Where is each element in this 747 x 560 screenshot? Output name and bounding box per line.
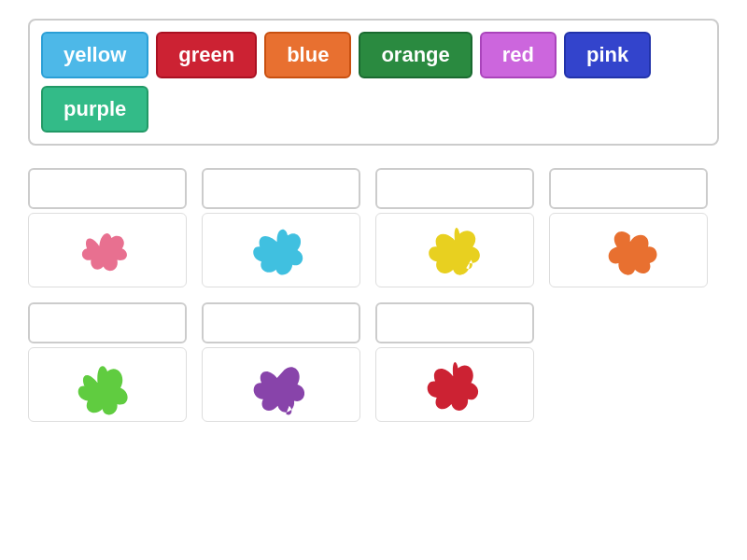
color-card-red-drop	[375, 347, 534, 422]
drop-row-0	[28, 168, 719, 302]
main-container: yellowgreenblueorangeredpinkpurple	[0, 0, 747, 455]
drop-item-green-drop	[28, 302, 187, 437]
color-card-orange-drop	[549, 213, 708, 287]
drop-item-pink-drop	[28, 168, 187, 302]
drop-zone-yellow-drop[interactable]	[375, 168, 534, 209]
drop-row-1	[28, 302, 719, 437]
word-tile-pink[interactable]: pink	[564, 32, 651, 78]
word-tile-green[interactable]: green	[156, 32, 257, 78]
drop-zone-pink-drop[interactable]	[28, 168, 187, 209]
color-card-green-drop	[28, 347, 187, 422]
word-tile-purple[interactable]: purple	[41, 86, 148, 133]
drop-zone-green-drop[interactable]	[28, 302, 187, 343]
drop-item-purple-drop	[202, 302, 360, 437]
drop-item-red-drop	[375, 302, 534, 437]
word-tile-orange[interactable]: orange	[359, 32, 472, 78]
drop-zone-orange-drop[interactable]	[549, 168, 708, 209]
word-tile-yellow[interactable]: yellow	[41, 32, 148, 78]
color-card-yellow-drop	[375, 213, 534, 287]
word-tile-red[interactable]: red	[480, 32, 557, 78]
drop-zone-red-drop[interactable]	[375, 302, 534, 343]
color-card-pink-drop	[28, 213, 187, 287]
word-tile-blue[interactable]: blue	[264, 32, 351, 78]
color-card-blue-drop	[202, 213, 360, 287]
drop-item-orange-drop	[549, 168, 708, 302]
drop-zone-purple-drop[interactable]	[202, 302, 360, 343]
drop-item-blue-drop	[202, 168, 360, 302]
drop-grid	[28, 168, 719, 437]
word-bank: yellowgreenblueorangeredpinkpurple	[28, 19, 719, 146]
drop-item-yellow-drop	[375, 168, 534, 302]
drop-zone-blue-drop[interactable]	[202, 168, 360, 209]
color-card-purple-drop	[202, 347, 360, 422]
